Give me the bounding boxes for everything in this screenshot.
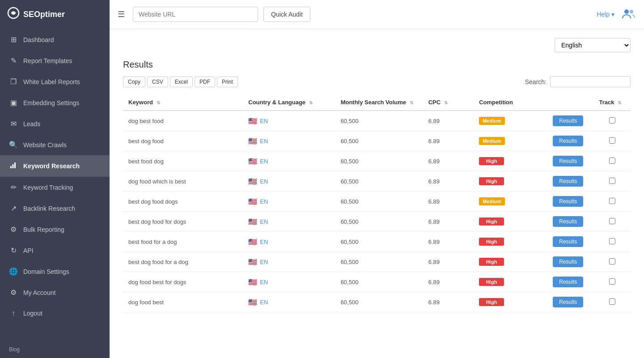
track-checkbox[interactable]: [609, 298, 615, 305]
help-label: Help: [597, 11, 610, 18]
sidebar-item-leads[interactable]: ✉ Leads: [0, 113, 110, 134]
cell-keyword: best dog food dogs: [123, 192, 243, 212]
quick-audit-button[interactable]: Quick Audit: [263, 7, 310, 22]
cell-cpc: 6.89: [423, 212, 474, 232]
results-button[interactable]: Results: [553, 115, 583, 126]
track-checkbox[interactable]: [609, 117, 615, 124]
print-button[interactable]: Print: [217, 77, 238, 87]
sidebar-item-white-label[interactable]: ❐ White Label Reports: [0, 71, 110, 92]
track-checkbox[interactable]: [609, 278, 615, 285]
col-header-cpc[interactable]: CPC ⇅: [423, 94, 474, 111]
table-row: best food for a dog 🇺🇸 EN 60,500 6.89 Hi…: [123, 232, 631, 252]
sidebar-item-report-templates[interactable]: ✎ Report Templates: [0, 50, 110, 71]
table-row: best food dog 🇺🇸 EN 60,500 6.89 High Res…: [123, 151, 631, 171]
language-select[interactable]: English Spanish French German Italian: [555, 38, 631, 52]
cell-results-btn: Results: [547, 111, 593, 131]
cell-competition: High: [474, 292, 547, 312]
cell-competition: High: [474, 151, 547, 171]
svg-point-2: [624, 9, 629, 14]
url-input[interactable]: [133, 7, 258, 22]
track-checkbox[interactable]: [609, 178, 615, 184]
competition-badge: High: [479, 238, 504, 246]
col-header-track[interactable]: Track ⇅: [593, 94, 631, 111]
hamburger-button[interactable]: ☰: [115, 7, 127, 22]
track-checkbox[interactable]: [609, 218, 615, 224]
cell-country: 🇺🇸 EN: [243, 212, 335, 232]
csv-button[interactable]: CSV: [147, 77, 168, 87]
table-row: best dog food 🇺🇸 EN 60,500 6.89 Medium R…: [123, 131, 631, 151]
flag-icon: 🇺🇸: [248, 157, 257, 166]
svg-rect-6: [14, 162, 16, 168]
blog-link[interactable]: Blog: [9, 346, 20, 353]
track-checkbox[interactable]: [609, 137, 615, 144]
results-button[interactable]: Results: [553, 156, 583, 166]
sidebar-item-keyword-tracking[interactable]: ✏ Keyword Tracking: [0, 177, 110, 198]
results-button[interactable]: Results: [553, 216, 583, 227]
cell-volume: 60,500: [335, 232, 423, 252]
chevron-down-icon: ▾: [611, 11, 614, 18]
sidebar-item-embedding[interactable]: ▣ Embedding Settings: [0, 92, 110, 113]
cell-competition: High: [474, 212, 547, 232]
results-button[interactable]: Results: [553, 256, 583, 267]
cell-competition: High: [474, 272, 547, 292]
sidebar-label-api: API: [23, 247, 34, 254]
competition-badge: High: [479, 278, 504, 286]
keyword-tracking-icon: ✏: [9, 183, 18, 192]
domain-settings-icon: 🌐: [9, 267, 18, 276]
logo-icon: [7, 7, 20, 22]
sidebar-item-my-account[interactable]: ⚙ My Account: [0, 282, 110, 303]
website-crawls-icon: 🔍: [9, 141, 18, 149]
users-icon[interactable]: [622, 8, 635, 21]
svg-point-1: [12, 12, 15, 14]
my-account-icon: ⚙: [9, 288, 18, 297]
col-header-keyword[interactable]: Keyword ⇅: [123, 94, 243, 111]
track-checkbox[interactable]: [609, 158, 615, 164]
track-checkbox[interactable]: [609, 258, 615, 264]
sidebar-item-logout[interactable]: ↑ Logout: [0, 303, 110, 324]
sort-icon-track: ⇅: [618, 100, 621, 105]
results-button[interactable]: Results: [553, 136, 583, 146]
excel-button[interactable]: Excel: [170, 77, 193, 87]
track-checkbox[interactable]: [609, 238, 615, 244]
copy-button[interactable]: Copy: [123, 77, 145, 87]
results-button[interactable]: Results: [553, 176, 583, 187]
sidebar-item-website-crawls[interactable]: 🔍 Website Crawls: [0, 134, 110, 155]
sidebar-item-dashboard[interactable]: ⊞ Dashboard: [0, 29, 110, 50]
cell-competition: Medium: [474, 131, 547, 151]
track-checkbox[interactable]: [609, 198, 615, 204]
col-header-volume[interactable]: Monthly Search Volume ⇅: [335, 94, 423, 111]
sidebar-item-domain-settings[interactable]: 🌐 Domain Settings: [0, 261, 110, 282]
sidebar-item-api[interactable]: ↻ API: [0, 240, 110, 261]
cell-results-btn: Results: [547, 131, 593, 151]
cell-competition: Medium: [474, 192, 547, 212]
sidebar-item-keyword-research[interactable]: Keyword Research: [0, 155, 110, 177]
lang-code: EN: [260, 198, 268, 205]
cell-results-btn: Results: [547, 151, 593, 171]
flag-icon: 🇺🇸: [248, 177, 257, 186]
cell-keyword: best food dog: [123, 151, 243, 171]
results-button[interactable]: Results: [553, 277, 583, 287]
pdf-button[interactable]: PDF: [195, 77, 215, 87]
flag-icon: 🇺🇸: [248, 197, 257, 206]
results-button[interactable]: Results: [553, 196, 583, 207]
table-row: dog food best 🇺🇸 EN 60,500 6.89 High Res…: [123, 292, 631, 312]
sidebar-item-bulk-reporting[interactable]: ⚙ Bulk Reporting: [0, 219, 110, 240]
cell-volume: 60,500: [335, 111, 423, 131]
sidebar-label-keyword-research: Keyword Research: [23, 162, 80, 170]
results-button[interactable]: Results: [553, 236, 583, 247]
col-header-country[interactable]: Country & Language ⇅: [243, 94, 335, 111]
sidebar-label-logout: Logout: [23, 310, 42, 317]
content-area: English Spanish French German Italian Re…: [110, 29, 644, 358]
cell-country: 🇺🇸 EN: [243, 131, 335, 151]
sidebar-label-leads: Leads: [23, 120, 40, 128]
col-header-competition[interactable]: Competition: [474, 94, 547, 111]
cell-country: 🇺🇸 EN: [243, 272, 335, 292]
lang-code: EN: [260, 279, 268, 286]
lang-code: EN: [260, 178, 268, 185]
table-row: dog best food 🇺🇸 EN 60,500 6.89 Medium R…: [123, 111, 631, 131]
results-table: Keyword ⇅ Country & Language ⇅ Monthly S…: [123, 94, 631, 312]
search-input[interactable]: [550, 76, 631, 87]
help-button[interactable]: Help ▾: [597, 11, 614, 18]
results-button[interactable]: Results: [553, 297, 583, 307]
sidebar-item-backlink-research[interactable]: ↗ Backlink Research: [0, 198, 110, 219]
